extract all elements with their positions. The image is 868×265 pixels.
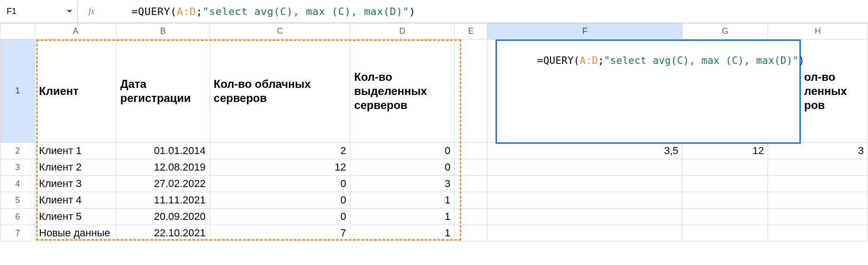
overflow-header-text: ол-во ленных ров (804, 70, 868, 112)
cell-f7[interactable] (488, 225, 682, 242)
cell-c4[interactable]: 0 (209, 176, 350, 192)
select-all-corner[interactable] (0, 23, 35, 39)
table-row: 6 Клиент 5 20.09.2020 0 1 (0, 209, 868, 225)
cell-b7[interactable]: 22.10.2021 (116, 225, 210, 242)
cell-b2[interactable]: 01.01.2014 (116, 143, 210, 159)
cell-f5[interactable] (488, 192, 682, 209)
cell-f4[interactable] (488, 176, 682, 192)
cell-h2[interactable]: 3 (768, 143, 868, 159)
cell-d1[interactable]: Кол-во выделенных серверов (350, 39, 455, 143)
formula-range: A:D (177, 6, 196, 17)
cell-d6[interactable]: 1 (350, 209, 455, 225)
table-row: 4 Клиент 3 27.02.2022 0 3 (0, 176, 868, 192)
cell-a3[interactable]: Клиент 2 (35, 159, 116, 176)
row-header-2[interactable]: 2 (0, 143, 35, 159)
cell-g1[interactable] (682, 39, 768, 143)
cell-c5[interactable]: 0 (209, 192, 350, 209)
name-box-value: F1 (7, 7, 16, 16)
chevron-down-icon[interactable] (67, 10, 72, 13)
cell-e6[interactable] (455, 209, 488, 225)
cell-a2[interactable]: Клиент 1 (35, 143, 116, 159)
cell-d4[interactable]: 3 (350, 176, 455, 192)
row-header-3[interactable]: 3 (0, 159, 35, 176)
formula-string: "select avg(C), max (C), max(D)" (202, 6, 409, 17)
cell-a7[interactable]: Новые данные (35, 225, 116, 242)
cell-b1[interactable]: Дата регистрации (116, 39, 210, 143)
cell-h7[interactable] (768, 225, 868, 242)
row-header-7[interactable]: 7 (0, 225, 35, 242)
cell-g4[interactable] (682, 176, 768, 192)
cell-f2[interactable]: 3,5 (488, 143, 682, 159)
formula-sep: ; (196, 6, 202, 17)
table-row: 5 Клиент 4 11.11.2021 0 1 (0, 192, 868, 209)
cell-h5[interactable] (768, 192, 868, 209)
cell-e4[interactable] (455, 176, 488, 192)
row-header-1[interactable]: 1 (0, 39, 35, 143)
cell-a6[interactable]: Клиент 5 (35, 209, 116, 225)
cell-g6[interactable] (682, 209, 768, 225)
cell-g5[interactable] (682, 192, 768, 209)
cell-c1[interactable]: Кол-во облачных серверов (209, 39, 350, 143)
col-header-f[interactable]: F (488, 23, 682, 39)
cell-b4[interactable]: 27.02.2022 (116, 176, 210, 192)
cell-a5[interactable]: Клиент 4 (35, 192, 116, 209)
cell-c2[interactable]: 2 (209, 143, 350, 159)
cell-h4[interactable] (768, 176, 868, 192)
cell-b3[interactable]: 12.08.2019 (116, 159, 210, 176)
cell-h6[interactable] (768, 209, 868, 225)
cell-c3[interactable]: 12 (209, 159, 350, 176)
col-header-h[interactable]: H (768, 23, 868, 39)
row-header-4[interactable]: 4 (0, 176, 35, 192)
formula-fn: QUERY (138, 6, 170, 17)
formula-close: ) (409, 6, 416, 17)
table-row: 3 Клиент 2 12.08.2019 12 0 (0, 159, 868, 176)
cell-e2[interactable] (455, 143, 488, 159)
name-box[interactable]: F1 (0, 0, 78, 23)
cell-b5[interactable]: 11.11.2021 (116, 192, 210, 209)
col-header-b[interactable]: B (116, 23, 210, 39)
cell-g2[interactable]: 12 (682, 143, 768, 159)
table-row: 2 Клиент 1 01.01.2014 2 0 3,5 12 3 (0, 143, 868, 159)
row-header-6[interactable]: 6 (0, 209, 35, 225)
cell-e5[interactable] (455, 192, 488, 209)
col-header-c[interactable]: C (209, 23, 350, 39)
fx-icon[interactable]: fx (78, 7, 106, 16)
formula-bar: F1 fx =QUERY(A:D;"select avg(C), max (C)… (0, 0, 868, 23)
col-header-e[interactable]: E (455, 23, 488, 39)
cell-f3[interactable] (488, 159, 682, 176)
cell-c6[interactable]: 0 (209, 209, 350, 225)
cell-e3[interactable] (455, 159, 488, 176)
cell-b6[interactable]: 20.09.2020 (116, 209, 210, 225)
cell-d2[interactable]: 0 (350, 143, 455, 159)
spreadsheet-grid[interactable]: A B C D E F G H 1 Клиент Дата регистраци… (0, 23, 868, 242)
cell-c7[interactable]: 7 (209, 225, 350, 242)
formula-eq: = (132, 6, 138, 17)
cell-h3[interactable] (768, 159, 868, 176)
cell-e1[interactable] (455, 39, 488, 143)
cell-f6[interactable] (488, 209, 682, 225)
cell-a4[interactable]: Клиент 3 (35, 176, 116, 192)
formula-open: ( (170, 6, 177, 17)
cell-a1[interactable]: Клиент (35, 39, 116, 143)
col-header-d[interactable]: D (350, 23, 455, 39)
cell-d5[interactable]: 1 (350, 192, 455, 209)
cell-e7[interactable] (455, 225, 488, 242)
cell-g7[interactable] (682, 225, 768, 242)
cell-d3[interactable]: 0 (350, 159, 455, 176)
cell-g3[interactable] (682, 159, 768, 176)
col-header-g[interactable]: G (682, 23, 768, 39)
cell-d7[interactable]: 1 (350, 225, 455, 242)
cell-f1[interactable] (488, 39, 682, 143)
table-row: 7 Новые данные 22.10.2021 7 1 (0, 225, 868, 242)
col-header-a[interactable]: A (35, 23, 116, 39)
row-header-5[interactable]: 5 (0, 192, 35, 209)
